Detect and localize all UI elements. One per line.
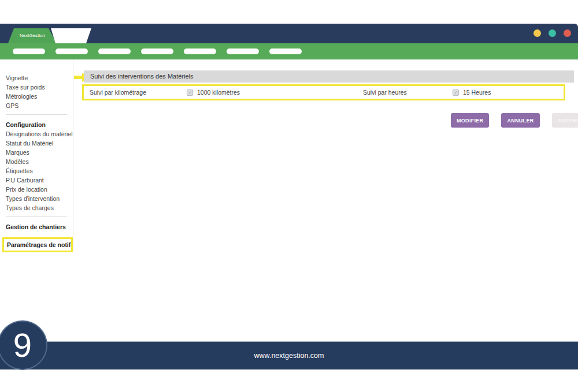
brand-label: NextGestion — [20, 33, 45, 38]
window-dot-red[interactable] — [564, 29, 571, 37]
sidebar-item-types-d-intervention[interactable]: Types d'intervention — [6, 194, 73, 203]
step-number-badge: 9 — [0, 320, 47, 370]
suivi-par-kilometrage-value: 1000 kilomètres — [197, 89, 240, 96]
sidebar-item-prix-de-location[interactable]: Prix de location — [6, 185, 73, 194]
sidebar-item-metrologies[interactable]: Métrologies — [6, 92, 73, 101]
nav-pill[interactable] — [184, 48, 216, 54]
suivi-par-heures-value: 15 Heures — [463, 89, 491, 96]
sidebar-item-marques[interactable]: Marques — [6, 148, 73, 157]
sidebar-item-vignette[interactable]: Vignette — [6, 73, 73, 83]
sidebar-item-statut-du-materiel[interactable]: Statut du Matériel — [6, 139, 73, 148]
suivi-par-heures-label: Suivi par heures — [363, 89, 453, 96]
page: NextGestion VignetteTaxe sur poidsMétrol… — [0, 0, 578, 392]
nav-pill[interactable] — [141, 48, 173, 54]
nav-pill[interactable] — [13, 48, 45, 54]
sidebar-item-parametrages-de-notific[interactable]: Paramétrages de notific... — [2, 237, 73, 252]
footer-url: www.nextgestion.com — [0, 342, 578, 369]
sidebar-divider — [6, 216, 67, 217]
sidebar-item-configuration: Configuration — [6, 120, 73, 129]
suivi-par-kilometrage-checkbox[interactable]: ✓ — [187, 89, 193, 96]
footer-bar: www.nextgestion.com — [0, 341, 578, 369]
sidebar-item-designations-du-materiel[interactable]: Désignations du matériel — [6, 129, 73, 139]
nav-pill[interactable] — [98, 48, 131, 54]
nav-pills — [13, 48, 302, 54]
supprimer-button: SUPPRIMER — [552, 113, 578, 128]
window-dots — [533, 29, 571, 37]
window-dot-teal[interactable] — [549, 29, 556, 37]
sidebar-item-gestion-de-chantiers: Gestion de chantiers — [6, 222, 73, 232]
sidebar-item-p-u-carburant[interactable]: P.U Carburant — [6, 176, 73, 185]
step-number: 9 — [13, 328, 32, 362]
secondary-tab[interactable] — [49, 28, 91, 43]
modifier-button[interactable]: MODIFIER — [451, 113, 489, 128]
nav-pill[interactable] — [269, 48, 302, 54]
main-navbar — [0, 43, 578, 59]
nav-pill[interactable] — [227, 48, 259, 54]
sidebar-item-types-de-charges[interactable]: Types de charges — [6, 203, 73, 212]
suivi-par-kilometrage-label: Suivi par kilométrage — [90, 89, 187, 96]
tracking-settings-row: Suivi par kilométrage✓1000 kilomètresSui… — [82, 84, 565, 100]
brand-tab[interactable]: NextGestion — [8, 28, 57, 43]
suivi-par-heures-checkbox[interactable]: ✓ — [453, 89, 459, 96]
window-dot-yellow[interactable] — [533, 29, 541, 37]
sidebar-item-modeles[interactable]: Modèles — [6, 157, 73, 166]
annuler-button[interactable]: ANNULER — [501, 113, 539, 128]
title-bar: NextGestion — [0, 24, 578, 43]
sidebar-divider — [6, 114, 67, 115]
field-suivi-par-kilometrage: Suivi par kilométrage✓1000 kilomètres — [90, 86, 240, 99]
arrow-shaft — [74, 76, 83, 79]
sidebar-item-taxe-sur-poids[interactable]: Taxe sur poids — [6, 83, 73, 92]
section-title: Suivi des interventions des Matériels — [90, 73, 194, 80]
sidebar-item-gps[interactable]: GPS — [6, 101, 73, 110]
nav-pill[interactable] — [55, 48, 88, 54]
field-suivi-par-heures: Suivi par heures✓15 Heures — [363, 86, 491, 99]
section-header: Suivi des interventions des Matériels — [84, 70, 574, 83]
action-buttons: MODIFIERANNULERSUPPRIMER — [451, 113, 578, 128]
sidebar: VignetteTaxe sur poidsMétrologiesGPSConf… — [0, 59, 73, 250]
sidebar-item-etiquettes[interactable]: Étiquettes — [6, 166, 73, 176]
